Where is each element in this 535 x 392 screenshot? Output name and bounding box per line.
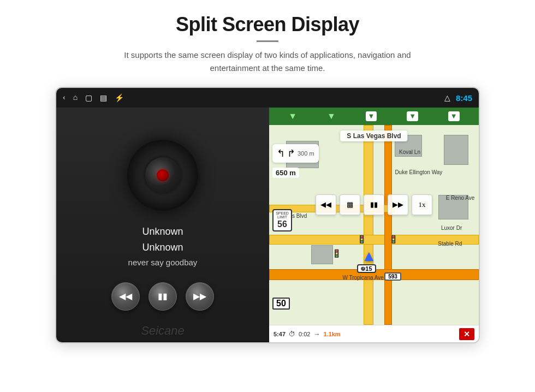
watermark: Seicane <box>141 324 185 338</box>
status-bar-right: △ 8:45 <box>444 93 472 103</box>
distance-icon: → <box>313 330 320 338</box>
nav-duration: 0:02 <box>299 331 310 337</box>
turn-instruction: ↰ ↱ 300 m <box>272 144 319 163</box>
device-frame: ‹ ⌂ ▢ ▤ ⚡ △ 8:45 Unknown Unknown never <box>55 87 480 343</box>
map-label-stable: Stable Rd <box>438 241 462 247</box>
distance-box: 650 m <box>272 168 299 178</box>
media-grid-btn[interactable]: ▩ <box>340 194 360 215</box>
usb-icon[interactable]: ⚡ <box>115 93 124 103</box>
nav-arrow-4: ▼ <box>448 111 460 121</box>
track-artist: Unknown <box>142 242 183 253</box>
map-area: Koval Ln Duke Ellington Way Luxor Dr Sta… <box>269 125 479 325</box>
road-vertical-main <box>364 125 373 325</box>
nav-close-button[interactable]: ✕ <box>459 328 474 340</box>
current-speed: 50 <box>272 298 290 310</box>
prev-icon: ◀◀ <box>119 291 132 301</box>
nav-arrow-2: ▼ <box>327 111 336 121</box>
next-icon: ▶▶ <box>193 291 206 301</box>
traffic-light-1: 🚦 <box>357 235 366 244</box>
highway-badge-15: ⓯15 <box>357 264 376 273</box>
title-divider <box>257 40 278 42</box>
play-pause-icon: ▮▮ <box>158 291 168 301</box>
map-label-luxor: Luxor Dr <box>441 225 462 231</box>
speed-limit-header: SPEEDLIMIT <box>275 211 290 219</box>
track-title: Unknown <box>142 226 183 237</box>
building-5 <box>311 245 333 264</box>
next-button[interactable]: ▶▶ <box>186 282 214 311</box>
media-prev-btn[interactable]: ◀◀ <box>316 194 336 215</box>
nav-arrow-3: ▼ <box>407 111 418 121</box>
media-overlay: ◀◀ ▩ ▮▮ ▶▶ 1x <box>316 194 432 215</box>
album-art-inner <box>145 157 181 193</box>
speed-limit-sign: SPEEDLIMIT 56 <box>272 209 292 231</box>
media-1x-btn[interactable]: 1x <box>412 194 432 215</box>
map-label-tropicana: W Tropicana Ave <box>342 275 383 281</box>
road-diagonal <box>384 125 392 325</box>
play-pause-button[interactable]: ▮▮ <box>148 282 177 311</box>
nav-time: 5:47 <box>274 331 286 337</box>
nav-distance: 1.1km <box>323 331 340 337</box>
album-art <box>127 140 198 211</box>
nav-arrow-1: ▼ <box>288 111 297 121</box>
status-time: 8:45 <box>456 93 472 103</box>
street-name-text: S Las Vegas Blvd <box>347 132 401 140</box>
map-label-duke: Duke Ellington Way <box>395 169 442 175</box>
back-icon[interactable]: ‹ <box>63 93 66 102</box>
turn-distance: 300 m <box>298 150 314 157</box>
title-section: Split Screen Display It supports the sam… <box>33 13 502 75</box>
page-wrapper: Split Screen Display It supports the sam… <box>0 0 535 354</box>
street-name-bar: S Las Vegas Blvd <box>340 130 407 141</box>
status-bar: ‹ ⌂ ▢ ▤ ⚡ △ 8:45 <box>56 88 479 108</box>
page-title: Split Screen Display <box>33 13 502 36</box>
turn-left-icon: ↰ <box>277 147 285 159</box>
clock-icon: ⏱ <box>289 330 295 338</box>
nav-bottom-bar: 5:47 ⏱ 0:02 → 1.1km ✕ <box>269 325 479 342</box>
music-controls: ◀◀ ▮▮ ▶▶ <box>111 282 214 311</box>
media-pause-btn[interactable]: ▮▮ <box>364 194 384 215</box>
album-art-center <box>157 169 169 181</box>
image-icon[interactable]: ▤ <box>100 93 107 103</box>
map-label-reno: E Reno Ave <box>446 195 475 201</box>
nav-arrow-highlight: ▼ <box>366 111 377 121</box>
home-icon[interactable]: ⌂ <box>73 93 78 102</box>
app-icon[interactable]: ▢ <box>85 93 92 103</box>
building-3 <box>444 135 468 165</box>
music-panel: Unknown Unknown never say goodbay ◀◀ ▮▮ … <box>56 108 269 342</box>
turn-right-icon: ↱ <box>287 147 295 159</box>
distance-text: 650 m <box>276 169 296 177</box>
map-label-koval: Koval Ln <box>399 149 420 155</box>
prev-button[interactable]: ◀◀ <box>111 282 140 311</box>
route-arrow: ▲ <box>361 247 377 265</box>
tropicana-badge: 593 <box>384 272 401 281</box>
nav-panel: ▼ ▼ ▼ ▼ ▼ <box>269 108 479 342</box>
track-album: never say goodbay <box>128 258 198 267</box>
current-speed-number: 50 <box>274 299 289 308</box>
traffic-light-2: 🚦 <box>389 235 398 244</box>
nav-top-bar: ▼ ▼ ▼ ▼ ▼ <box>269 108 479 125</box>
media-next-btn[interactable]: ▶▶ <box>388 194 408 215</box>
triangle-icon: △ <box>444 93 450 103</box>
speed-limit-number: 56 <box>275 219 290 229</box>
traffic-light-3: 🚦 <box>332 249 341 258</box>
page-subtitle: It supports the same screen display of t… <box>104 49 431 75</box>
split-screen: Unknown Unknown never say goodbay ◀◀ ▮▮ … <box>56 108 479 342</box>
